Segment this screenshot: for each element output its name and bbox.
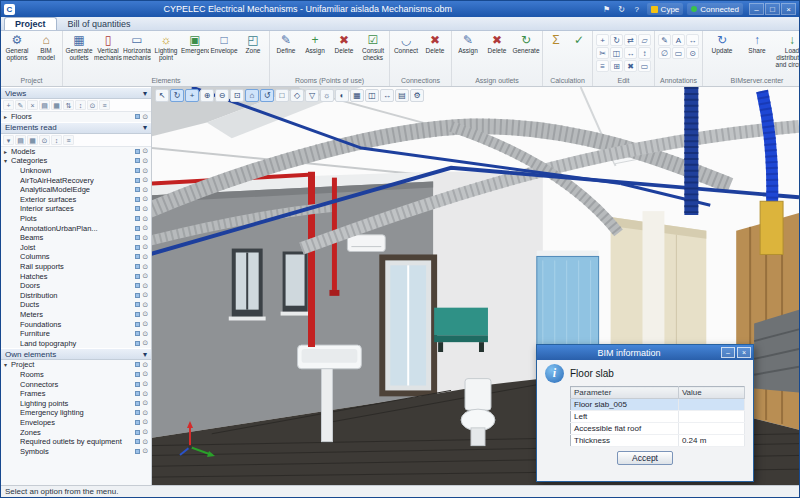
caret-icon[interactable]: ▾: [4, 361, 11, 368]
annotation-tool-icon[interactable]: A: [672, 34, 685, 46]
tree-item[interactable]: Envelopes ⊙: [1, 418, 151, 428]
edit-tool-icon[interactable]: ✖: [624, 60, 637, 72]
panel-toolbar-icon[interactable]: ▤: [39, 100, 50, 110]
measure-icon[interactable]: ↔: [380, 89, 394, 102]
annotation-tool-icon[interactable]: ▭: [672, 47, 685, 59]
title-bar[interactable]: C CYPELEC Electrical Mechanisms - Unifam…: [1, 1, 799, 17]
connected-status[interactable]: Connected: [687, 3, 743, 15]
color-chip-icon[interactable]: [135, 312, 140, 317]
ribbon-button[interactable]: ⚙ General options: [3, 32, 31, 68]
tree-item[interactable]: Emergency lighting ⊙: [1, 408, 151, 418]
color-chip-icon[interactable]: [135, 187, 140, 192]
ribbon-button[interactable]: + Assign: [301, 32, 329, 68]
ribbon-button[interactable]: ▣ Emergency: [181, 32, 209, 68]
eye-icon[interactable]: ⊙: [142, 438, 148, 446]
tree-item[interactable]: Doors ⊙: [1, 281, 151, 291]
color-chip-icon[interactable]: [135, 216, 140, 221]
annotation-tool-icon[interactable]: ↔: [686, 34, 699, 46]
color-chip-icon[interactable]: [135, 362, 140, 367]
color-chip-icon[interactable]: [135, 254, 140, 259]
eye-icon[interactable]: ⊙: [142, 157, 148, 165]
views-panel-header[interactable]: Views ▾: [1, 87, 151, 99]
panel-toolbar-icon[interactable]: ↕: [75, 100, 86, 110]
eye-icon[interactable]: ⊙: [142, 301, 148, 309]
table-row[interactable]: Thickness 0.24 m: [571, 435, 745, 447]
shadows-icon[interactable]: ◐: [335, 89, 349, 102]
help-icon[interactable]: ?: [631, 5, 643, 14]
color-chip-icon[interactable]: [135, 331, 140, 336]
ribbon-button[interactable]: ⌂ BIM model: [32, 32, 60, 68]
color-chip-icon[interactable]: [135, 293, 140, 298]
select-tool-icon[interactable]: ↖: [155, 89, 169, 102]
ribbon-button[interactable]: ✖ Delete: [483, 32, 511, 68]
pan-tool-icon[interactable]: +: [185, 89, 199, 102]
panel-toolbar-icon[interactable]: ⇅: [63, 100, 74, 110]
color-chip-icon[interactable]: [135, 410, 140, 415]
tree-item[interactable]: Exterior surfaces ⊙: [1, 195, 151, 205]
color-chip-icon[interactable]: [135, 372, 140, 377]
ribbon-button[interactable]: ✖ Delete: [421, 32, 449, 68]
color-chip-icon[interactable]: [135, 114, 140, 119]
tree-item[interactable]: Rail supports ⊙: [1, 262, 151, 272]
ribbon-button[interactable]: ▭ Horizontal mechanism: [123, 32, 151, 68]
color-chip-icon[interactable]: [135, 168, 140, 173]
color-chip-icon[interactable]: [135, 226, 140, 231]
previous-view-icon[interactable]: ↺: [260, 89, 274, 102]
color-chip-icon[interactable]: [135, 274, 140, 279]
color-chip-icon[interactable]: [135, 322, 140, 327]
ribbon-button[interactable]: ✎ Define: [272, 32, 300, 68]
tree-item[interactable]: ▾ Project ⊙: [1, 360, 151, 370]
zoom-window-icon[interactable]: ⊡: [230, 89, 244, 102]
ribbon-button[interactable]: □ Envelope: [210, 32, 238, 68]
section-icon[interactable]: ◫: [365, 89, 379, 102]
eye-icon[interactable]: ⊙: [142, 339, 148, 347]
ribbon-button[interactable]: ✓: [568, 32, 590, 68]
tree-item[interactable]: ▸ Models ⊙: [1, 147, 151, 157]
tree-item[interactable]: Ducts ⊙: [1, 300, 151, 310]
eye-icon[interactable]: ⊙: [142, 291, 148, 299]
panel-toolbar-icon[interactable]: ⊙: [87, 100, 98, 110]
table-row[interactable]: Floor slab_005: [571, 399, 745, 411]
panel-toolbar-icon[interactable]: +: [3, 100, 14, 110]
eye-icon[interactable]: ⊙: [142, 380, 148, 388]
panel-toolbar-icon[interactable]: ≡: [63, 135, 74, 145]
minimize-button[interactable]: –: [749, 3, 764, 15]
color-chip-icon[interactable]: [135, 264, 140, 269]
ribbon-button[interactable]: ◰ Zone: [239, 32, 267, 68]
ribbon-button[interactable]: ↓ Load distribution and circuits: [775, 32, 799, 68]
annotation-tool-icon[interactable]: ⊙: [686, 47, 699, 59]
eye-icon[interactable]: ⊙: [142, 409, 148, 417]
ribbon-button[interactable]: ▯ Vertical mechanism: [94, 32, 122, 68]
own-elements-panel-header[interactable]: Own elements ▾: [1, 348, 151, 360]
tree-item[interactable]: Plots ⊙: [1, 214, 151, 224]
grid-icon[interactable]: ▦: [350, 89, 364, 102]
eye-icon[interactable]: ⊙: [142, 243, 148, 251]
color-chip-icon[interactable]: [135, 341, 140, 346]
ribbon-tab[interactable]: Project: [4, 17, 57, 30]
ribbon-tab[interactable]: Bill of quantities: [57, 17, 142, 30]
color-chip-icon[interactable]: [135, 382, 140, 387]
close-button[interactable]: ×: [781, 3, 796, 15]
eye-icon[interactable]: ⊙: [142, 418, 148, 426]
edit-tool-icon[interactable]: ✂: [596, 47, 609, 59]
zoom-in-icon[interactable]: ⊕: [200, 89, 214, 102]
tree-item[interactable]: Meters ⊙: [1, 310, 151, 320]
eye-icon[interactable]: ⊙: [142, 167, 148, 175]
caret-icon[interactable]: ▸: [4, 148, 11, 155]
ribbon-button[interactable]: ↻ Update: [705, 32, 739, 68]
tree-item[interactable]: Foundations ⊙: [1, 319, 151, 329]
panel-toolbar-icon[interactable]: ✎: [15, 100, 26, 110]
eye-icon[interactable]: ⊙: [142, 272, 148, 280]
ribbon-button[interactable]: ↻ Generate: [512, 32, 540, 68]
panel-toolbar-icon[interactable]: ↕: [51, 135, 62, 145]
tree-item[interactable]: Beams ⊙: [1, 233, 151, 243]
eye-icon[interactable]: ⊙: [142, 224, 148, 232]
orbit-tool-icon[interactable]: ↻: [170, 89, 184, 102]
eye-icon[interactable]: ⊙: [142, 253, 148, 261]
color-chip-icon[interactable]: [135, 158, 140, 163]
color-chip-icon[interactable]: [135, 245, 140, 250]
lighting-icon[interactable]: ☼: [320, 89, 334, 102]
eye-icon[interactable]: ⊙: [142, 186, 148, 194]
cype-button[interactable]: Cype: [647, 3, 684, 15]
color-chip-icon[interactable]: [135, 235, 140, 240]
